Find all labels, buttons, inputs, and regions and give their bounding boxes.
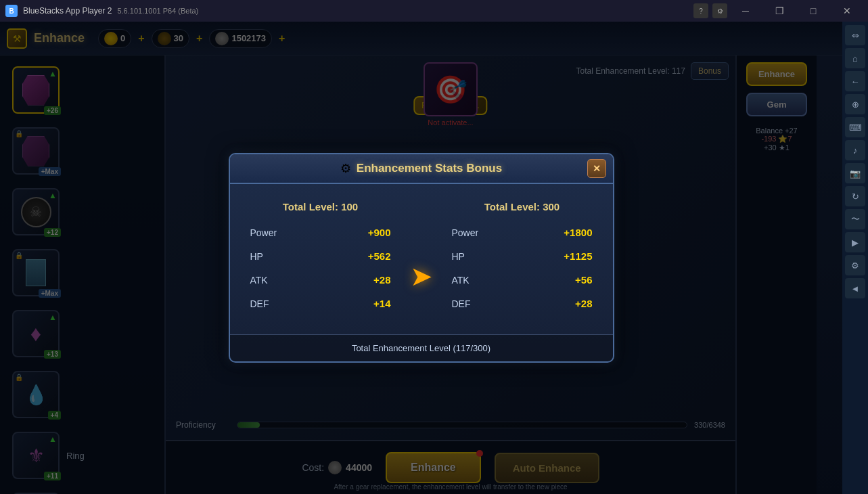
modal-body: Total Level: 100 Power +900 HP +562 ATK … — [230, 184, 613, 334]
stat-power-right: Power +1800 — [449, 223, 596, 242]
modal-left-col: Total Level: 100 Power +900 HP +562 ATK … — [240, 194, 401, 324]
bs-screenshot-icon[interactable]: 📷 — [845, 163, 865, 183]
stat-atk-name-right: ATK — [452, 275, 470, 286]
stat-hp-name-right: HP — [452, 251, 465, 262]
bs-macro-icon[interactable]: ▶ — [845, 232, 865, 252]
stat-atk-right: ATK +56 — [449, 270, 596, 290]
restore-button[interactable]: ❐ — [764, 0, 795, 22]
modal-close-button[interactable]: ✕ — [587, 159, 606, 178]
left-col-title: Total Level: 100 — [247, 201, 394, 212]
stat-atk-val-left: +28 — [373, 274, 390, 286]
stat-hp-left: HP +562 — [247, 246, 394, 266]
bluestacks-sidebar: ⇔ ⌂ ← ⊕ ⌨ ♪ 📷 ↻ 〜 ▶ ⚙ ◄ — [842, 22, 868, 494]
stat-def-left: DEF +14 — [247, 294, 394, 313]
bs-expand-icon[interactable]: ⇔ — [845, 25, 865, 45]
game-area: ⚒ Enhance 0 + 30 + 1502173 + ▲ +26 — [0, 22, 842, 494]
stat-atk-name-left: ATK — [250, 275, 268, 286]
stat-def-name-left: DEF — [250, 298, 269, 309]
modal-right-col: Total Level: 300 Power +1800 HP +1125 AT… — [442, 194, 603, 324]
modal-footer-text: Total Enhancement Level (117/300) — [352, 343, 490, 353]
stat-power-left: Power +900 — [247, 223, 394, 242]
stat-atk-left: ATK +28 — [247, 270, 394, 290]
stat-power-val-left: +900 — [368, 227, 391, 238]
bs-back-icon[interactable]: ← — [845, 71, 865, 91]
bs-home-icon[interactable]: ⌂ — [845, 48, 865, 68]
bluestacks-icon: B — [5, 5, 18, 17]
minimize-button[interactable]: ─ — [730, 0, 761, 22]
toolbar-icons: ? ⚙ — [693, 3, 727, 18]
modal-title-icon: ⚙ — [340, 161, 351, 176]
enhancement-stats-modal: ⚙ Enhancement Stats Bonus ✕ Total Level:… — [229, 153, 614, 363]
stat-hp-val-right: +1125 — [564, 250, 592, 262]
title-bar: B BlueStacks App Player 2 5.6.101.1001 P… — [0, 0, 868, 22]
stat-def-val-right: +28 — [575, 298, 592, 309]
arrow-center: ➤ — [401, 194, 442, 324]
stat-def-val-left: +14 — [373, 298, 390, 309]
bs-shake-icon[interactable]: 〜 — [845, 209, 865, 229]
settings-icon[interactable]: ⚙ — [712, 3, 727, 18]
stat-def-right: DEF +28 — [449, 294, 596, 313]
bs-back2-icon[interactable]: ◄ — [845, 278, 865, 298]
bs-rotate-icon[interactable]: ↻ — [845, 186, 865, 206]
app-version: 5.6.101.1001 P64 (Beta) — [117, 7, 198, 15]
stat-power-name-left: Power — [250, 227, 277, 238]
help-icon[interactable]: ? — [693, 3, 708, 18]
modal-title: Enhancement Stats Bonus — [357, 162, 502, 175]
stat-atk-val-right: +56 — [575, 274, 592, 286]
title-bar-controls: ? ⚙ ─ ❐ □ ✕ — [693, 0, 863, 22]
right-col-title: Total Level: 300 — [449, 201, 596, 212]
stat-hp-val-left: +562 — [368, 250, 391, 262]
app-title: BlueStacks App Player 2 — [23, 6, 112, 16]
bs-search-icon[interactable]: ⊕ — [845, 94, 865, 114]
stat-power-val-right: +1800 — [564, 227, 592, 238]
bs-keyboard-icon[interactable]: ⌨ — [845, 117, 865, 137]
close-button[interactable]: ✕ — [831, 0, 863, 22]
bs-volume-icon[interactable]: ♪ — [845, 140, 865, 160]
modal-footer: Total Enhancement Level (117/300) — [230, 334, 613, 361]
modal-header: ⚙ Enhancement Stats Bonus ✕ — [230, 154, 613, 184]
stat-def-name-right: DEF — [452, 298, 471, 309]
stat-power-name-right: Power — [452, 227, 479, 238]
modal-overlay[interactable]: ⚙ Enhancement Stats Bonus ✕ Total Level:… — [0, 22, 842, 494]
forward-arrow-icon: ➤ — [410, 261, 433, 292]
stat-hp-name-left: HP — [250, 251, 263, 262]
stat-hp-right: HP +1125 — [449, 246, 596, 266]
maximize-button[interactable]: □ — [798, 0, 829, 22]
bs-settings-icon[interactable]: ⚙ — [845, 255, 865, 275]
title-bar-left: B BlueStacks App Player 2 5.6.101.1001 P… — [5, 5, 198, 17]
